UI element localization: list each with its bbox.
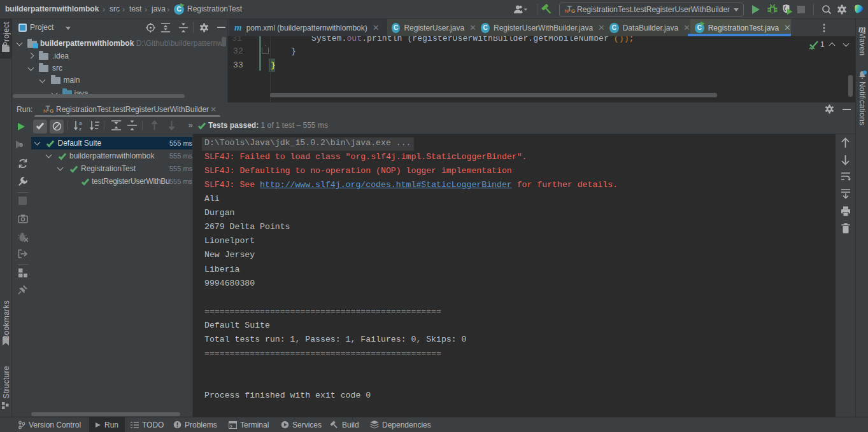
svg-text:a: a — [79, 120, 82, 126]
svg-text:z: z — [79, 126, 82, 131]
